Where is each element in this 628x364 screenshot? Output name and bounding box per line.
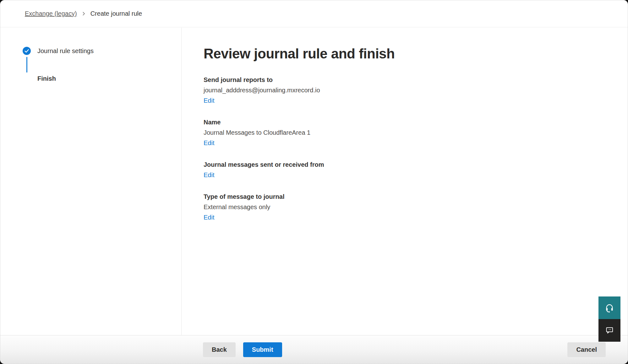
cancel-button[interactable]: Cancel bbox=[567, 342, 606, 357]
help-button[interactable] bbox=[598, 296, 620, 319]
section-label: Type of message to journal bbox=[204, 192, 628, 202]
breadcrumb: Exchange (legacy) Create journal rule bbox=[25, 10, 142, 17]
edit-link-journal-messages[interactable]: Edit bbox=[204, 170, 214, 180]
section-label: Send journal reports to bbox=[204, 75, 628, 85]
back-button[interactable]: Back bbox=[203, 342, 236, 357]
review-section-type-of-message: Type of message to journal External mess… bbox=[204, 192, 628, 223]
page-title: Review journal rule and finish bbox=[204, 46, 628, 62]
wizard-steps-panel: Journal rule settings Finish bbox=[0, 28, 182, 335]
wizard-step-finish[interactable]: Finish bbox=[22, 74, 181, 83]
review-panel: Review journal rule and finish Send jour… bbox=[182, 28, 628, 335]
review-section-journal-messages-sent-or-received: Journal messages sent or received from E… bbox=[204, 160, 628, 180]
submit-button[interactable]: Submit bbox=[243, 342, 282, 357]
edit-link-send-journal-reports[interactable]: Edit bbox=[204, 95, 214, 106]
wizard-step-label: Journal rule settings bbox=[37, 47, 94, 55]
edit-link-name[interactable]: Edit bbox=[204, 138, 214, 148]
edit-link-type-of-message[interactable]: Edit bbox=[204, 212, 214, 223]
feedback-button[interactable] bbox=[598, 319, 620, 342]
breadcrumb-link-exchange-legacy[interactable]: Exchange (legacy) bbox=[25, 10, 77, 17]
exchange-admin-window: Exchange (legacy) Create journal rule Jo… bbox=[0, 0, 628, 364]
wizard-step-journal-rule-settings[interactable]: Journal rule settings bbox=[22, 46, 181, 55]
section-value: journal_adddress@journaling.mxrecord.io bbox=[204, 85, 628, 95]
top-bar: Exchange (legacy) Create journal rule bbox=[0, 0, 628, 27]
completed-check-icon bbox=[22, 46, 31, 55]
section-label: Name bbox=[204, 117, 628, 128]
chevron-right-icon bbox=[81, 11, 86, 16]
wizard-step-label: Finish bbox=[37, 75, 56, 82]
breadcrumb-current: Create journal rule bbox=[90, 10, 142, 17]
headset-icon bbox=[604, 303, 614, 313]
wizard-footer: Back Submit Cancel bbox=[0, 335, 628, 364]
feedback-icon bbox=[605, 326, 614, 335]
section-label: Journal messages sent or received from bbox=[204, 160, 628, 170]
step-connector-line bbox=[26, 57, 27, 73]
section-value: External messages only bbox=[204, 202, 628, 212]
review-section-name: Name Journal Messages to CloudflareArea … bbox=[204, 117, 628, 148]
wizard-body: Journal rule settings Finish Review jour… bbox=[0, 28, 628, 335]
current-step-dot-icon bbox=[22, 74, 31, 83]
section-value: Journal Messages to CloudflareArea 1 bbox=[204, 128, 628, 138]
review-section-send-journal-reports-to: Send journal reports to journal_adddress… bbox=[204, 75, 628, 106]
